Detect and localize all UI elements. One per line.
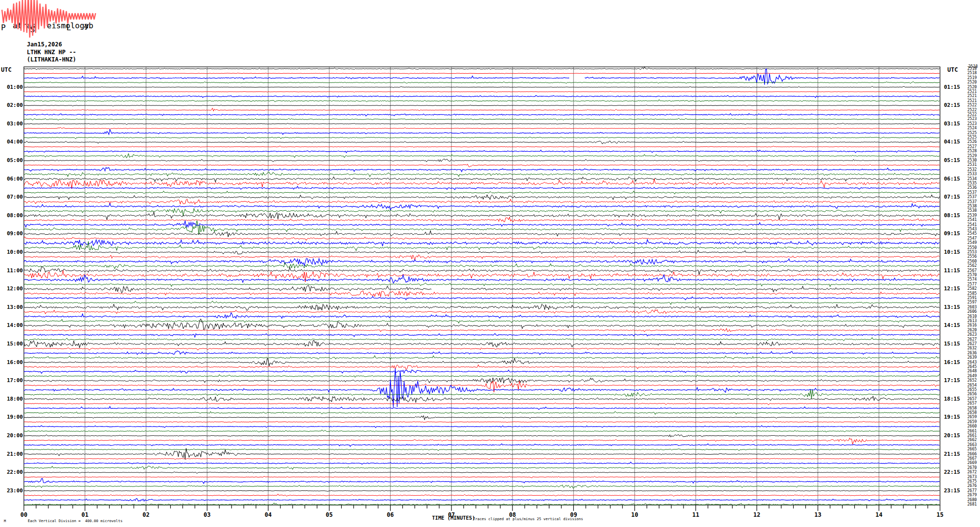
trace-counter: 2666	[967, 452, 980, 456]
trace-counter: 2527	[967, 145, 980, 149]
hour-label-left: 15:00	[1, 341, 23, 346]
hour-label-left: 05:00	[1, 158, 23, 163]
trace-counter: 2627	[967, 338, 980, 342]
trace-counter: 2525	[967, 131, 980, 135]
trace-counter: 2520	[967, 85, 980, 89]
hour-label-right: 11:15	[944, 268, 966, 273]
trace-counter: 2528	[967, 149, 980, 153]
hour-label-right: 14:15	[944, 323, 966, 328]
trace-counter: 2659	[967, 420, 980, 424]
hour-label-left: 01:00	[1, 84, 23, 90]
hour-label-left: 12:00	[1, 286, 23, 291]
hour-label-right: 09:15	[944, 231, 966, 236]
trace-counter: 2582	[967, 287, 980, 291]
hour-label-right: 02:15	[944, 102, 966, 108]
trace-counter: 2524	[967, 126, 980, 130]
trace-counter: 2541	[967, 223, 980, 227]
hour-label-right: 23:15	[944, 488, 966, 493]
trace-counter: 2522	[967, 113, 980, 117]
hour-label-left: 03:00	[1, 121, 23, 126]
hour-label-left: 08:00	[1, 213, 23, 218]
trace-counter: 2680	[967, 498, 980, 502]
trace-counter: 2658	[967, 411, 980, 415]
trace-counter: 2545	[967, 232, 980, 236]
trace-counter: 2667	[967, 457, 980, 461]
trace-counter: 2610	[967, 315, 980, 319]
hour-label-left: 09:00	[1, 231, 23, 236]
trace-counter: 2672	[967, 470, 980, 474]
trace-counter: 2654	[967, 384, 980, 387]
trace-counter: 2623	[967, 333, 980, 337]
trace-counter: 2537	[967, 195, 980, 199]
hour-label-left: 11:00	[1, 268, 23, 273]
trace-counter: 2627	[967, 342, 980, 346]
hour-label-right: 21:15	[944, 451, 966, 457]
hour-label-right: 18:15	[944, 396, 966, 402]
trace-counter: 2539	[967, 214, 980, 218]
trace-counter: 2574	[967, 278, 980, 282]
trace-counter: 2648	[967, 369, 980, 373]
hour-label-left: 02:00	[1, 102, 23, 108]
trace-counter: 2533	[967, 172, 980, 176]
x-tick-label: 12	[749, 511, 764, 518]
trace-counter: 2541	[967, 218, 980, 222]
trace-counter: 2652	[967, 379, 980, 383]
trace-counter: 2661	[967, 429, 980, 433]
x-axis-title: TIME (MINUTES)	[432, 515, 475, 521]
trace-counter: 2679	[967, 493, 980, 497]
x-tick-label: 05	[322, 511, 336, 518]
trace-counter: 2550	[967, 246, 980, 250]
trace-counter: 2521	[967, 94, 980, 98]
trace-counter: 2519	[967, 76, 980, 80]
hour-label-right: 15:15	[944, 341, 966, 346]
hour-label-right: 06:15	[944, 176, 966, 182]
trace-counter: 2675	[967, 480, 980, 484]
trace-counter: 2606	[967, 310, 980, 314]
hour-label-left: 10:00	[1, 249, 23, 255]
x-tick-label: 13	[810, 511, 825, 518]
x-tick-label: 01	[78, 511, 92, 518]
trace-counter: 2673	[967, 475, 980, 479]
hour-label-right: 03:15	[944, 121, 966, 126]
trace-counter: 2597	[967, 301, 980, 304]
trace-counter: 2639	[967, 356, 980, 360]
trace-counter: 2537	[967, 191, 980, 195]
hour-label-left: 04:00	[1, 139, 23, 144]
x-tick-label: 02	[139, 511, 154, 518]
trace-counter: 2521	[967, 90, 980, 94]
trace-counter: 2657	[967, 397, 980, 401]
hour-label-left: 18:00	[1, 396, 23, 402]
seismogram-plot	[0, 0, 980, 527]
trace-counter: 2529	[967, 154, 980, 158]
trace-counter: 2553	[967, 250, 980, 254]
trace-counter: 2670	[967, 466, 980, 470]
hour-label-right: 01:15	[944, 84, 966, 90]
trace-counter: 2585	[967, 292, 980, 296]
trace-counter: 2659	[967, 415, 980, 419]
hour-label-left: 17:00	[1, 378, 23, 383]
hour-label-left: 23:00	[1, 488, 23, 493]
hour-label-right: 20:15	[944, 433, 966, 438]
trace-counter: 2591	[967, 296, 980, 300]
trace-counter: 2649	[967, 374, 980, 378]
trace-counter: 2532	[967, 168, 980, 172]
corner-mark: M	[4, 519, 6, 523]
trace-counter: 2662	[967, 438, 980, 442]
trace-counter: 2520	[967, 81, 980, 84]
trace-counter: 2549	[967, 241, 980, 245]
hour-label-right: 17:15	[944, 378, 966, 383]
trace-counter: 2620	[967, 328, 980, 332]
hour-label-right: 22:15	[944, 469, 966, 475]
x-tick-label: 04	[261, 511, 275, 518]
trace-counter: 2522	[967, 103, 980, 107]
trace-counter: 2537	[967, 200, 980, 204]
hour-label-left: 14:00	[1, 323, 23, 328]
hour-label-right: 16:15	[944, 360, 966, 365]
trace-counter: 2526	[967, 140, 980, 144]
hour-label-left: 13:00	[1, 304, 23, 310]
trace-counter: 2658	[967, 406, 980, 410]
trace-counter: 2681	[967, 503, 980, 507]
trace-counter: 2521	[967, 99, 980, 103]
trace-counter: 2570	[967, 273, 980, 277]
trace-counter: 2616	[967, 324, 980, 327]
